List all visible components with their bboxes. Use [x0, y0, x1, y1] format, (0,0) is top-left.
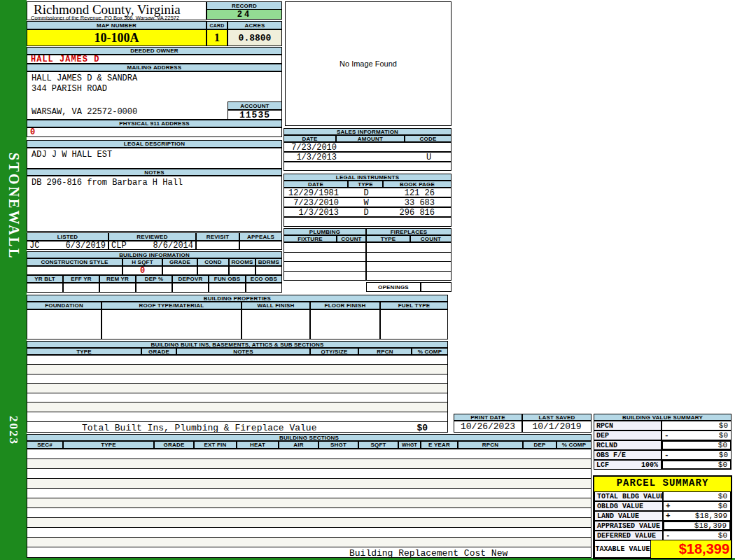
ps-op: + — [664, 502, 671, 510]
building-information-header: BUILDING INFORMATION — [27, 251, 282, 258]
plumbing-header: PLUMBING — [284, 228, 366, 235]
deppct-value — [136, 283, 172, 293]
tax-year-label: 2023 — [0, 396, 27, 465]
instrument-type: D — [349, 188, 384, 197]
builtins-type-header: TYPE — [27, 348, 141, 355]
legal-description-header: LEGAL DESCRIPTION — [27, 140, 282, 148]
empty-row — [27, 355, 448, 365]
empty-row — [27, 458, 592, 469]
empty-row — [27, 507, 592, 518]
effyr-value — [63, 283, 99, 293]
reviewed-date: 8/6/2014 — [153, 241, 193, 250]
card-value: 1 — [206, 29, 227, 46]
rooms-value — [229, 266, 255, 275]
sales-information-header: SALES INFORMATION — [284, 128, 451, 135]
instrument-row: 7/23/2010 W 33 683 — [284, 197, 451, 207]
empty-row — [27, 364, 448, 374]
instrument-type: D — [349, 208, 384, 217]
ps-land-label: LAND VALUE — [594, 511, 663, 521]
taxable-value: $18,399 — [651, 540, 729, 558]
bvs-value: $0 — [718, 441, 730, 449]
ps-value: $0 — [718, 492, 730, 500]
ps-total-bldg-value: $0 — [663, 491, 731, 501]
bvs-lcf-pct: 100% — [641, 461, 658, 469]
empty-row — [27, 478, 592, 489]
floor-finish-header: FLOOR FINISH — [310, 302, 380, 309]
bs-heat-header: HEAT — [237, 441, 279, 449]
appeals-header: APPEALS — [239, 232, 282, 241]
empty-row — [27, 374, 448, 384]
foundation-value — [27, 309, 102, 340]
parcel-summary-title: PARCEL SUMMARY — [593, 477, 732, 489]
appeals-value — [239, 241, 282, 250]
empty-row — [27, 468, 592, 479]
county-header: Richmond County, Virginia Commissioner o… — [27, 1, 206, 20]
sales-row: 1/3/2013 U — [284, 152, 451, 162]
bs-air-header: AIR — [279, 441, 318, 449]
print-date-value: 10/26/2023 — [454, 421, 522, 433]
sales-date-header: DATE — [284, 135, 336, 142]
builtins-comp-header: % COMP — [412, 348, 448, 355]
yrblt-header: YR BLT — [27, 275, 63, 283]
ps-value: $18,399 — [695, 512, 730, 520]
acres-header: ACRES — [227, 21, 282, 29]
building-properties-header: BUILDING PROPERTIES — [27, 295, 448, 302]
bvs-lcf-label: LCF 100% — [594, 460, 662, 470]
fireplace-row — [366, 252, 451, 262]
floor-finish-value — [310, 309, 380, 340]
physical-911-value: 0 — [27, 127, 282, 137]
instrument-bookpage-header: BOOK PAGE — [383, 181, 451, 188]
instrument-date: 7/23/2010 — [288, 198, 339, 207]
physical-911-header: PHYSICAL 911 ADDRESS — [27, 120, 282, 127]
bvs-rclnd-value: $0 — [662, 440, 732, 450]
instrument-bookpage: 296 816 — [384, 208, 435, 217]
ps-appraised-value: $18,399 — [663, 521, 731, 531]
depovr-value — [172, 283, 209, 293]
reviewed-header: REVIEWED — [108, 232, 196, 241]
bvs-rclnd-label: RCLND — [594, 440, 662, 450]
builtins-rpcn-header: RPCN — [358, 348, 412, 355]
fuel-type-header: FUEL TYPE — [380, 302, 448, 309]
depovr-header: DEPOVR — [172, 275, 209, 283]
ps-op: + — [664, 512, 671, 520]
mailing-line1: HALL JAMES D & SANDRA — [31, 74, 137, 83]
account-header: ACCOUNT — [227, 102, 282, 110]
funobs-value — [209, 283, 246, 293]
bvs-obsfe-value: - $0 — [662, 450, 732, 460]
bs-whgt-header: WHGT — [398, 441, 421, 449]
remyr-value — [99, 283, 136, 293]
notes-header: NOTES — [27, 169, 282, 176]
bvs-value: $0 — [719, 431, 731, 440]
empty-row — [27, 393, 448, 402]
building-value-summary-header: BUILDING VALUE SUMMARY — [594, 414, 732, 421]
legal-description-box: ADJ J W HALL EST — [27, 148, 282, 169]
legal-instruments-header: LEGAL INSTRUMENTS — [284, 174, 451, 181]
fireplace-type-header: TYPE — [366, 235, 410, 242]
listed-value: JC 6/3/2019 — [27, 241, 108, 250]
sale-date: 7/23/2010 — [288, 143, 337, 152]
bvs-value: $0 — [719, 451, 731, 459]
openings-value — [421, 282, 451, 292]
revisit-header: REVISIT — [196, 232, 239, 241]
bs-eyear-header: E YEAR — [421, 441, 458, 449]
fireplace-row — [366, 261, 451, 272]
fireplaces-header: FIREPLACES — [366, 228, 451, 235]
listed-header: LISTED — [27, 232, 108, 241]
listed-date: 6/3/2019 — [65, 241, 106, 250]
revisit-value — [196, 241, 239, 250]
ps-deferred-label: DEFERRED VALUE — [594, 531, 663, 540]
effyr-header: EFF YR — [63, 275, 99, 283]
foundation-header: FOUNDATION — [27, 302, 102, 309]
ecoobs-value — [246, 283, 282, 293]
ps-appraised-label: APPRAISED VALUE — [594, 521, 663, 531]
hsqft-value: 0 — [122, 266, 162, 275]
bvs-lcf-name: LCF — [596, 461, 609, 469]
instrument-date: 12/29/1981 — [288, 188, 339, 197]
notes-value: DB 296-816 from Barbara H Hall — [31, 178, 183, 188]
bs-comp-header: % COMP — [556, 441, 592, 449]
fireplace-count-header: COUNT — [410, 235, 451, 242]
ps-land-value: + $18,399 — [663, 511, 731, 521]
bs-dep-header: DEP — [523, 441, 556, 449]
instrument-type-header: TYPE — [348, 181, 383, 188]
bvs-op: - — [662, 431, 669, 440]
